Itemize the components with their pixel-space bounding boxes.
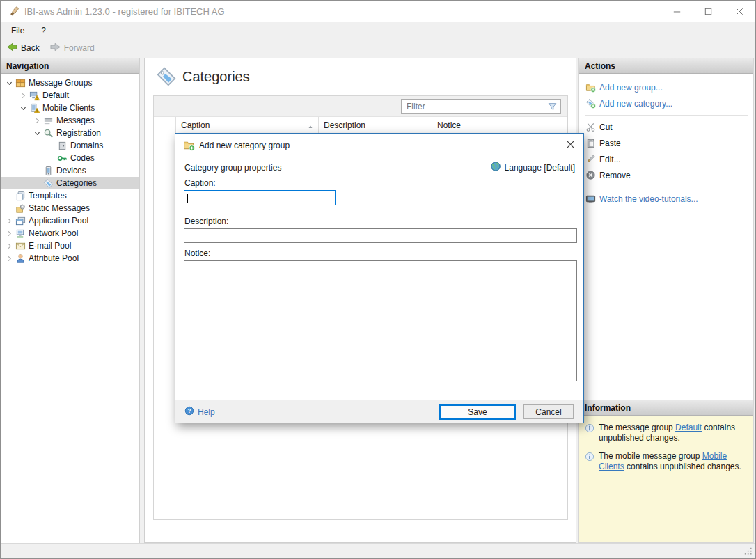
app-window: IBI-aws Admin 1.23.0 - registered for IB… [0,0,756,559]
link-default[interactable]: Default [675,423,702,432]
caption-header-label: Caption [181,120,210,130]
info-text-suffix: contains unpublished changes. [624,462,741,471]
action-add-new-group[interactable]: Add new group... [579,79,753,95]
action-cut[interactable]: Cut [579,119,753,135]
chevron-right-icon[interactable] [31,115,42,126]
attribute-pool-icon [15,253,26,264]
messages-icon [42,115,54,126]
tree-item-label: Network Pool [29,228,78,238]
help-link[interactable]: ? Help [184,406,215,418]
row-selector-column [154,117,176,134]
tree-item-static-messages[interactable]: Static Messages [1,202,139,214]
tree-item-label: Categories [56,178,97,188]
tree-item-e-mail-pool[interactable]: E-mail Pool [1,239,139,252]
action-label: Add new group... [599,83,663,93]
filter-band [154,96,567,117]
action-list: Add new group...Add new category...CutPa… [579,74,753,207]
tree-item-label: Mobile Clients [42,103,95,113]
navigation-panel: Navigation Message GroupsDefaultMobile C… [1,58,140,543]
action-paste[interactable]: Paste [579,135,753,151]
chevron-right-icon[interactable] [3,228,15,239]
tree-item-label: Messages [56,116,95,125]
static-messages-icon [15,203,26,214]
tree-item-domains[interactable]: Domains [1,139,139,152]
column-header-notice[interactable]: Notice [432,117,567,134]
dialog-close-icon[interactable] [565,139,576,150]
chevron-spacer [45,140,56,151]
tree-item-default[interactable]: Default [1,89,139,102]
info-item: The mobile message group Mobile Clients … [585,451,748,472]
tree-item-label: Templates [29,191,67,200]
chevron-down-icon[interactable] [31,127,42,139]
info-circle-icon [585,452,594,462]
folder-plus-icon [183,139,195,151]
tree-item-codes[interactable]: Codes [1,152,139,164]
help-label: Help [198,407,215,417]
info-text: The mobile message group Mobile Clients … [599,451,748,472]
tree-item-categories[interactable]: Categories [1,177,139,189]
chevron-right-icon[interactable] [3,215,15,226]
tree-item-label: E-mail Pool [29,241,71,251]
column-header-description[interactable]: Description [319,117,432,134]
action-watch-the-video-tutorials[interactable]: Watch the video-tutorials... [579,191,753,207]
language-selector[interactable]: Language [Default] [490,161,575,174]
network-pool-icon [15,228,26,239]
menu-file[interactable]: File [11,26,24,36]
sort-asc-icon [307,123,314,129]
tree-item-application-pool[interactable]: Application Pool [1,214,139,227]
pencil-icon [585,154,596,165]
tree-item-label: Codes [70,153,95,163]
tree-item-attribute-pool[interactable]: Attribute Pool [1,252,139,265]
app-icon [8,6,20,17]
notice-field[interactable] [184,260,577,381]
filter-funnel-icon[interactable] [547,102,558,111]
cancel-button[interactable]: Cancel [523,404,574,419]
action-remove[interactable]: Remove [579,167,753,183]
maximize-button[interactable] [693,1,724,22]
folder-plus-icon [585,82,596,93]
caption-field-label: Caption: [184,178,216,188]
clipboard-icon [585,138,596,149]
dialog-title: Add new category group [199,141,290,150]
caption-field[interactable] [184,190,336,205]
tree-item-templates[interactable]: Templates [1,189,139,202]
chevron-right-icon[interactable] [3,240,15,251]
language-label: Language [Default] [505,163,575,173]
tree-item-label: Application Pool [29,216,88,226]
tree-item-mobile-clients[interactable]: Mobile Clients [1,102,139,114]
tree-item-label: Domains [70,141,103,150]
menu-[interactable]: ? [41,26,46,36]
actions-separator [585,187,748,187]
action-label: Watch the video-tutorials... [599,194,698,204]
chevron-right-icon[interactable] [3,253,15,264]
notice-field-label: Notice: [184,249,210,258]
action-add-new-category[interactable]: Add new category... [579,95,753,111]
column-header-caption[interactable]: Caption [176,117,319,134]
save-button[interactable]: Save [439,404,516,420]
tree-item-network-pool[interactable]: Network Pool [1,227,139,239]
description-field[interactable] [184,228,577,243]
mobile-warning-icon [29,102,40,113]
back-button[interactable]: Back [6,42,40,54]
info-text-prefix: The message group [599,423,675,432]
minimize-button[interactable] [661,1,693,22]
action-label: Cut [599,123,613,132]
chevron-down-icon[interactable] [3,77,15,88]
tree-item-devices[interactable]: Devices [1,164,139,177]
action-label: Remove [599,171,631,180]
chevron-right-icon[interactable] [17,90,29,101]
tree-item-messages[interactable]: Messages [1,114,139,127]
tree-item-message-groups[interactable]: Message Groups [1,77,139,89]
chevron-down-icon[interactable] [17,102,29,113]
application-pool-icon [15,215,26,226]
close-button[interactable] [724,1,755,22]
toolbar: Back Forward [1,39,755,56]
forward-arrow-icon [49,42,61,54]
dialog-section-label: Category group properties [184,163,281,173]
forward-button[interactable]: Forward [49,42,95,54]
filter-input[interactable] [401,99,561,114]
tree-item-registration[interactable]: Registration [1,127,139,139]
resize-grip[interactable] [744,547,753,556]
email-pool-icon [15,240,26,251]
action-edit[interactable]: Edit... [579,151,753,167]
